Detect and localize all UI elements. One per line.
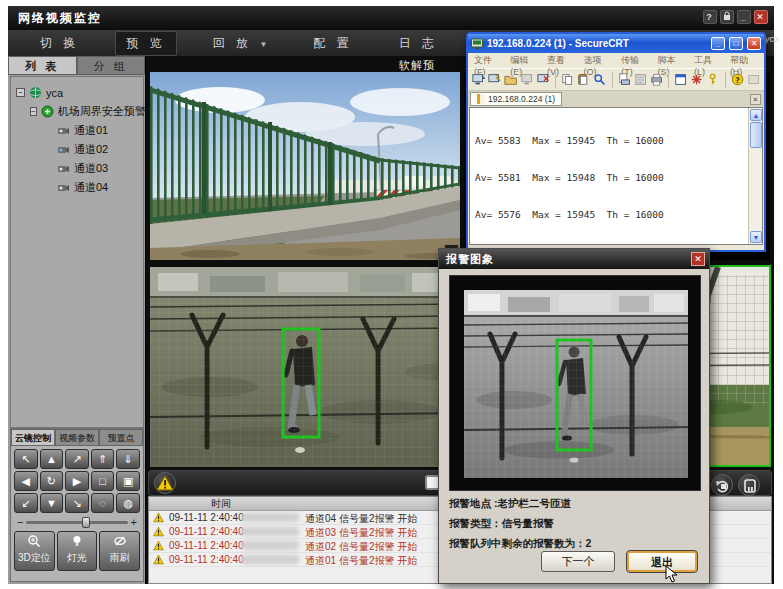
crt-menu-help[interactable]: 帮助(H) [730,54,758,67]
slider-minus-label[interactable]: − [17,516,23,528]
3d-locate-label: 3D定位 [15,551,54,565]
ptz-pan-up-button[interactable]: ▲ [40,449,64,469]
ptz-auto-pan-button[interactable]: ↻ [40,471,64,491]
tab-group[interactable]: 分 组 [77,56,146,75]
crt-menu-tools[interactable]: 工具(L) [694,54,721,67]
menu-log[interactable]: 日 志 [389,32,448,55]
menu-preview[interactable]: 预 览 [115,31,176,56]
crt-menu-options[interactable]: 选项(O) [584,54,613,67]
crt-menu-file[interactable]: 文件(F) [474,54,501,67]
terminal-scrollbar[interactable]: ▲ ▼ [748,108,762,244]
connect-icon[interactable] [472,72,485,87]
redacted-smudge [241,527,299,536]
session-tab[interactable]: 192.168.0.224 (1) [470,92,562,106]
tree-node-channel-03[interactable]: 通道03 [11,159,143,178]
crt-menu-script[interactable]: 脚本(S) [657,54,685,67]
ptz-iris-close-button[interactable]: ◍ [116,493,140,513]
alarm-warning-button[interactable] [154,472,176,494]
tab-presets[interactable]: 预置点 [99,429,143,446]
tree-node-root[interactable]: − yca [11,83,143,102]
crt-maximize-button[interactable]: □ [729,37,743,50]
clone-session-icon[interactable] [521,72,534,87]
copy-icon[interactable] [561,72,574,87]
tree-node-channel-02[interactable]: 通道02 [11,140,143,159]
ptz-zoom-out-button[interactable]: ⇓ [116,449,140,469]
session-options-icon[interactable] [690,72,703,87]
menu-switch[interactable]: 切 换 [30,32,89,55]
light-button[interactable]: 灯光 [57,531,98,571]
next-alarm-button[interactable]: 下一个 [541,551,615,572]
alarm-image-dialog[interactable]: 报警图象 ✕ [438,248,710,584]
tab-ptz-control[interactable]: 云镜控制 [11,429,55,446]
ptz-pan-down-button[interactable]: ▼ [40,493,64,513]
wiper-label: 雨刷 [100,551,139,565]
3d-locate-button[interactable]: 3D定位 [14,531,55,571]
video-channel-top-left[interactable] [150,72,460,260]
tab-list[interactable]: 列 表 [8,56,77,75]
terminal-output[interactable]: Av= 5583 Max = 15945 Th = 16000 Av= 5581… [469,107,763,245]
video-channel-bottom-left[interactable] [150,267,460,467]
tree-node-channel-01[interactable]: 通道01 [11,121,143,140]
exit-button[interactable]: 退出 [627,551,697,572]
minimize-button[interactable]: _ [737,10,751,24]
crt-close-button[interactable]: ✕ [747,37,761,50]
ptz-focus-near-button[interactable]: □ [91,471,115,491]
securecrt-title-bar[interactable]: 192.168.0.224 (1) - SecureCRT _ □ ✕ [468,34,764,53]
ptz-iris-open-button[interactable]: ◌ [91,493,115,513]
properties-icon[interactable] [674,72,687,87]
menu-config[interactable]: 配 置 [303,32,362,55]
disconnect-icon[interactable] [537,72,550,87]
ptz-pan-down-left-button[interactable]: ↙ [14,493,38,513]
quick-connect-icon[interactable] [488,72,501,87]
key-agent-icon[interactable] [706,72,719,87]
scroll-up-icon[interactable]: ▲ [750,109,762,121]
tab-close-icon[interactable]: ✕ [750,94,761,105]
magnifier-plus-icon [27,534,41,548]
collapse-icon[interactable]: − [16,88,25,97]
ptz-pan-down-right-button[interactable]: ↘ [65,493,89,513]
pause-record-button[interactable] [738,474,760,496]
ptz-pan-left-button[interactable]: ◀ [14,471,38,491]
paste-icon[interactable] [577,72,590,87]
lock-icon[interactable] [720,10,734,24]
help-icon[interactable]: ? [731,72,744,87]
tab-video-params[interactable]: 视频参数 [55,429,99,446]
speed-slider[interactable] [26,521,127,524]
pause-icon [739,475,761,497]
about-icon[interactable] [747,72,760,87]
tree-channel-label: 通道01 [74,123,108,138]
ptz-zoom-in-button[interactable]: ⇑ [91,449,115,469]
slider-plus-label[interactable]: + [131,516,137,528]
collapse-icon[interactable]: − [30,107,37,116]
securecrt-window[interactable]: 192.168.0.224 (1) - SecureCRT _ □ ✕ 文件(F… [466,32,766,252]
light-label: 灯光 [58,551,97,565]
scroll-down-icon[interactable]: ▼ [750,231,762,243]
ptz-pan-up-right-button[interactable]: ↗ [65,449,89,469]
scrollbar-thumb[interactable] [750,122,762,148]
slider-thumb[interactable] [82,517,90,528]
crt-menu-view[interactable]: 查看(V) [547,54,575,67]
redacted-smudge [241,513,299,522]
ptz-focus-far-button[interactable]: ▣ [116,471,140,491]
help-button[interactable]: ? [703,10,717,24]
ptz-pan-up-left-button[interactable]: ↖ [14,449,38,469]
print-preview-icon[interactable] [618,72,631,87]
crt-menu-transfer[interactable]: 传输(T) [621,54,648,67]
find-icon[interactable] [593,72,606,87]
terminal-line: Av= 5581 Max = 15948 Th = 16000 [475,172,664,184]
tree-node-group[interactable]: − 机场周界安全预警 [11,102,143,121]
wiper-button[interactable]: 雨刷 [99,531,140,571]
hex-view-icon[interactable] [634,72,647,87]
replay-button[interactable] [711,474,733,496]
alarm-dialog-title-bar[interactable]: 报警图象 [439,249,709,269]
dialog-close-button[interactable]: ✕ [691,252,705,266]
ptz-pan-right-button[interactable]: ▶ [65,471,89,491]
print-icon[interactable] [650,72,663,87]
crt-minimize-button[interactable]: _ [711,37,725,50]
tree-node-channel-04[interactable]: 通道04 [11,178,143,197]
crt-menu-edit[interactable]: 编辑(E) [510,54,538,67]
sessions-folder-icon[interactable] [504,72,517,87]
menu-playback[interactable]: 回 放 ▼ [203,32,278,55]
close-button[interactable]: ✕ [754,10,768,24]
camera-icon [57,181,70,194]
